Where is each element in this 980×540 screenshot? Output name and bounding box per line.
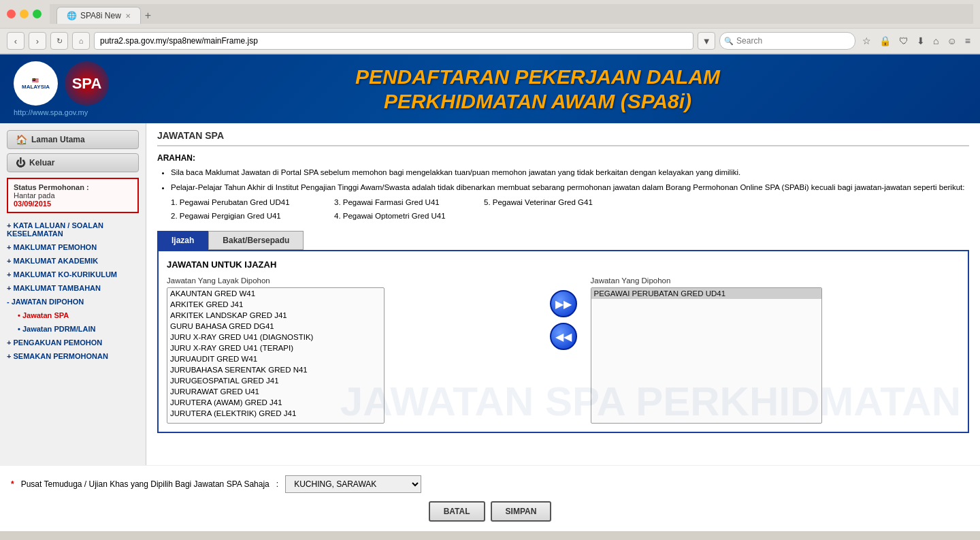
home-button[interactable]: ⌂ [72, 32, 90, 50]
dipohon-select[interactable]: PEGAWAI PERUBATAN GRED UD41 [591, 287, 822, 424]
keluar-button[interactable]: ⏻ Keluar [7, 153, 139, 172]
list-item[interactable]: AKAUNTAN GRED W41 [167, 288, 384, 299]
list-item[interactable]: JURUGEOSPATIAL GRED J41 [167, 375, 384, 386]
back-button[interactable]: ‹ [7, 32, 24, 50]
reload-button[interactable]: ↻ [50, 32, 68, 50]
pusat-row: * Pusat Temuduga / Ujian Khas yang Dipil… [11, 475, 969, 493]
bookmark-icon[interactable]: ☆ [860, 34, 874, 48]
list-item[interactable]: GURU BAHASA GRED DG41 [167, 321, 384, 332]
tab-ijazah[interactable]: Ijazah [157, 231, 208, 250]
laman-utama-label: Laman Utama [31, 135, 85, 144]
list-item[interactable]: JURUTERA (ELEKTRIK) GRED J41 [167, 408, 384, 419]
malaysia-logo: 🇲🇾MALAYSIA [14, 61, 58, 106]
tab-bakat[interactable]: Bakat/Bersepadu [208, 231, 304, 250]
section-title: JAWATAN SPA [157, 130, 969, 146]
tab-title: SPA8i New [80, 11, 121, 20]
list-item[interactable]: JURUBAHASA SERENTAK GRED N41 [167, 364, 384, 375]
search-input[interactable] [719, 32, 855, 50]
layak-list-wrap: Jawatan Yang Layak Dipohon AKAUNTAN GRED… [167, 276, 536, 424]
page-wrapper: 🇲🇾MALAYSIA SPA http://www.spa.gov.my PEN… [0, 54, 980, 531]
list-item[interactable]: JURUAUDIT GRED W41 [167, 353, 384, 364]
tab-nav: Ijazah Bakat/Bersepadu [157, 231, 969, 250]
sidebar-item-maklumat-tambahan[interactable]: MAKLUMAT TAMBAHAN [7, 281, 139, 295]
logo-text: 🇲🇾MALAYSIA [22, 78, 50, 90]
header-title-wrap: PENDAFTARAN PEKERJAAN DALAM PERKHIDMATAN… [109, 65, 966, 114]
arahan-label: ARAHAN: [157, 153, 969, 163]
simpan-button[interactable]: SIMPAN [491, 501, 552, 522]
house-icon[interactable]: ⌂ [930, 34, 941, 48]
list-item[interactable]: JURU X-RAY GRED U41 (TERAPI) [167, 343, 384, 353]
forward-arrow-button[interactable]: ▶▶ [550, 290, 577, 317]
jawatan-columns: Jawatan Yang Layak Dipohon AKAUNTAN GRED… [167, 276, 960, 424]
shield-icon[interactable]: 🛡 [896, 34, 911, 48]
sidebar-item-maklumat-akademik[interactable]: MAKLUMAT AKADEMIK [7, 254, 139, 268]
list-item[interactable]: PEGAWAI PERUBATAN GRED UD41 [591, 288, 821, 299]
pusat-select[interactable]: KUCHING, SARAWAK KUALA LUMPUR JOHOR BAHR… [285, 475, 421, 493]
browser-tab[interactable]: 🌐 SPA8i New ✕ [56, 7, 141, 24]
status-date: 03/09/2015 [14, 200, 132, 208]
smiley-icon[interactable]: ☺ [945, 34, 960, 48]
menu-icon[interactable]: ≡ [962, 34, 973, 48]
sidebar-item-maklumat-pemohon[interactable]: MAKLUMAT PEMOHON [7, 240, 139, 254]
browser-chrome: 🌐 SPA8i New ✕ + ‹ › ↻ ⌂ ▼ 🔍 ☆ 🔒 🛡 ⬇ ⌂ ☺ … [0, 0, 980, 54]
tab-close-icon[interactable]: ✕ [125, 12, 131, 20]
arahan-item-2: Pelajar-Pelajar Tahun Akhir di Institut … [171, 182, 969, 223]
status-box: Status Permohonan : Hantar pada 03/09/20… [7, 178, 139, 213]
laman-utama-button[interactable]: 🏠 Laman Utama [7, 130, 139, 149]
header-title-line2: PERKHIDMATAN AWAM (SPA8i) [109, 89, 966, 114]
status-label: Status Permohonan : [14, 183, 132, 191]
sidebar-item-maklumat-ko[interactable]: MAKLUMAT KO-KURIKULUM [7, 268, 139, 281]
arahan-list: Sila baca Maklumat Jawatan di Portal SPA… [157, 167, 969, 223]
tab-favicon: 🌐 [67, 11, 76, 20]
site-header: 🇲🇾MALAYSIA SPA http://www.spa.gov.my PEN… [0, 54, 980, 123]
list-item[interactable]: ARKITEK LANDSKAP GRED J41 [167, 310, 384, 321]
forward-button[interactable]: › [29, 32, 46, 50]
header-title-line1: PENDAFTARAN PEKERJAAN DALAM [109, 65, 966, 89]
numbered-item-1: 1. Pegawai Perubatan Gred UD41 [171, 197, 334, 208]
dropdown-button[interactable]: ▼ [698, 32, 715, 50]
colon: : [276, 479, 278, 489]
list-item[interactable]: JURURAWAT GRED U41 [167, 386, 384, 397]
numbered-item-5: 5. Pegawai Veterinar Gred G41 [484, 197, 634, 208]
tab-container: Ijazah Bakat/Bersepadu JAWATAN UNTUK IJA… [157, 231, 969, 433]
header-url: http://www.spa.gov.my [14, 108, 88, 116]
list-item[interactable]: ARKITEK GRED J41 [167, 299, 384, 310]
layak-select[interactable]: AKAUNTAN GRED W41 ARKITEK GRED J41 ARKIT… [167, 287, 385, 424]
minimize-button[interactable] [20, 10, 29, 18]
sidebar-item-jawatan-pdrm[interactable]: Jawatan PDRM/LAIN [7, 322, 139, 336]
list-item[interactable]: JURU X-RAY GRED U41 (DIAGNOSTIK) [167, 332, 384, 343]
sidebar-item-kata-laluan[interactable]: KATA LALUAN / SOALAN KESELAMATAN [7, 219, 139, 240]
close-button[interactable] [7, 10, 16, 18]
dipohon-label: Jawatan Yang Dipohon [591, 276, 960, 285]
numbered-item-3: 3. Pegawai Farmasi Gred U41 [334, 197, 484, 208]
pusat-label: Pusat Temuduga / Ujian Khas yang Dipilih… [21, 479, 270, 489]
main-content: JAWATAN SPA ARAHAN: Sila baca Maklumat J… [146, 123, 980, 465]
arahan-item-1: Sila baca Maklumat Jawatan di Portal SPA… [171, 167, 969, 178]
power-icon: ⏻ [16, 157, 25, 168]
sidebar-item-pengakuan[interactable]: PENGAKUAN PEMOHON [7, 336, 139, 349]
address-bar[interactable] [94, 32, 693, 50]
window-controls [7, 10, 42, 18]
nav-icons: ☆ 🔒 🛡 ⬇ ⌂ ☺ ≡ [860, 34, 973, 48]
arrow-buttons: ▶▶ ◀◀ [550, 276, 577, 350]
lock-icon[interactable]: 🔒 [877, 34, 894, 48]
search-icon: 🔍 [724, 37, 734, 46]
content-wrapper: 🏠 Laman Utama ⏻ Keluar Status Permohonan… [0, 123, 980, 465]
navigation-bar: ‹ › ↻ ⌂ ▼ 🔍 ☆ 🔒 🛡 ⬇ ⌂ ☺ ≡ [0, 29, 980, 54]
status-text: Hantar pada [14, 191, 132, 200]
list-item[interactable]: JURUTERA (AWAM) GRED J41 [167, 397, 384, 408]
sidebar-item-jawatan-dipohon[interactable]: JAWATAN DIPOHON [7, 295, 139, 308]
numbered-item-4: 4. Pegawai Optometri Gred U41 [334, 210, 484, 221]
add-tab-button[interactable]: + [141, 10, 155, 22]
back-arrow-button[interactable]: ◀◀ [550, 323, 577, 350]
batal-button[interactable]: BATAL [429, 501, 485, 522]
keluar-label: Keluar [29, 158, 54, 168]
sidebar: 🏠 Laman Utama ⏻ Keluar Status Permohonan… [0, 123, 146, 465]
sidebar-item-jawatan-spa[interactable]: Jawatan SPA [7, 308, 139, 322]
spa-logo: SPA [65, 61, 109, 106]
spa-logo-text: SPA [72, 75, 102, 93]
jawatan-box-title: JAWATAN UNTUK IJAZAH [167, 259, 960, 270]
sidebar-item-semakan[interactable]: SEMAKAN PERMOHONAN [7, 349, 139, 363]
maximize-button[interactable] [33, 10, 42, 18]
download-icon[interactable]: ⬇ [914, 34, 928, 48]
